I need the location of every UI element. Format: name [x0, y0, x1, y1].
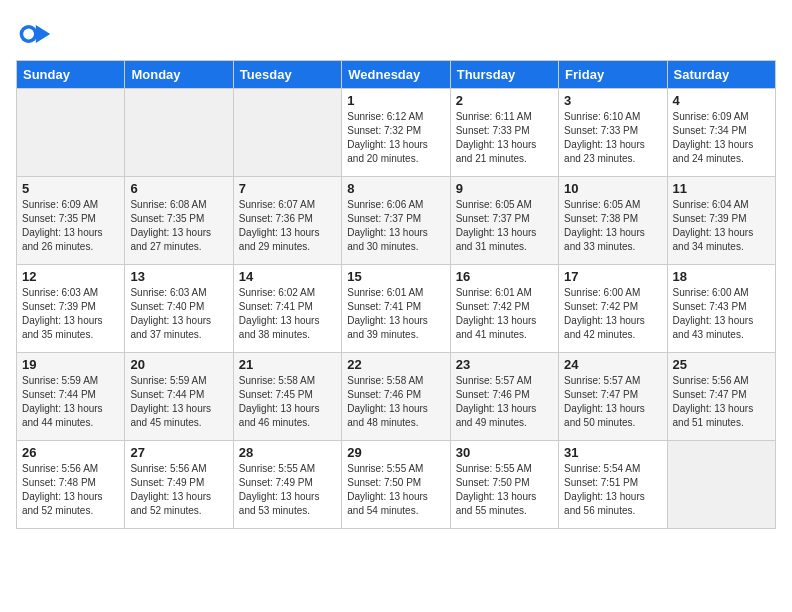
day-number: 15 [347, 269, 444, 284]
weekday-header-monday: Monday [125, 61, 233, 89]
weekday-header-wednesday: Wednesday [342, 61, 450, 89]
day-info: Sunrise: 5:54 AMSunset: 7:51 PMDaylight:… [564, 462, 661, 518]
weekday-header-friday: Friday [559, 61, 667, 89]
day-info: Sunrise: 6:09 AMSunset: 7:35 PMDaylight:… [22, 198, 119, 254]
day-info: Sunrise: 5:58 AMSunset: 7:46 PMDaylight:… [347, 374, 444, 430]
day-number: 9 [456, 181, 553, 196]
week-row-5: 26Sunrise: 5:56 AMSunset: 7:48 PMDayligh… [17, 441, 776, 529]
day-number: 17 [564, 269, 661, 284]
day-cell [125, 89, 233, 177]
day-cell: 4Sunrise: 6:09 AMSunset: 7:34 PMDaylight… [667, 89, 775, 177]
day-number: 12 [22, 269, 119, 284]
day-info: Sunrise: 5:55 AMSunset: 7:50 PMDaylight:… [456, 462, 553, 518]
day-info: Sunrise: 6:03 AMSunset: 7:39 PMDaylight:… [22, 286, 119, 342]
day-number: 16 [456, 269, 553, 284]
day-number: 29 [347, 445, 444, 460]
day-number: 23 [456, 357, 553, 372]
day-cell: 9Sunrise: 6:05 AMSunset: 7:37 PMDaylight… [450, 177, 558, 265]
weekday-header-sunday: Sunday [17, 61, 125, 89]
week-row-4: 19Sunrise: 5:59 AMSunset: 7:44 PMDayligh… [17, 353, 776, 441]
day-number: 27 [130, 445, 227, 460]
day-number: 7 [239, 181, 336, 196]
day-cell: 7Sunrise: 6:07 AMSunset: 7:36 PMDaylight… [233, 177, 341, 265]
day-info: Sunrise: 6:02 AMSunset: 7:41 PMDaylight:… [239, 286, 336, 342]
day-number: 21 [239, 357, 336, 372]
day-number: 25 [673, 357, 770, 372]
day-info: Sunrise: 6:07 AMSunset: 7:36 PMDaylight:… [239, 198, 336, 254]
header [16, 16, 776, 52]
day-number: 28 [239, 445, 336, 460]
day-info: Sunrise: 5:57 AMSunset: 7:46 PMDaylight:… [456, 374, 553, 430]
day-cell: 16Sunrise: 6:01 AMSunset: 7:42 PMDayligh… [450, 265, 558, 353]
day-info: Sunrise: 6:01 AMSunset: 7:42 PMDaylight:… [456, 286, 553, 342]
day-cell: 1Sunrise: 6:12 AMSunset: 7:32 PMDaylight… [342, 89, 450, 177]
day-cell: 23Sunrise: 5:57 AMSunset: 7:46 PMDayligh… [450, 353, 558, 441]
logo-icon [16, 16, 52, 52]
weekday-header-thursday: Thursday [450, 61, 558, 89]
day-cell: 17Sunrise: 6:00 AMSunset: 7:42 PMDayligh… [559, 265, 667, 353]
day-cell: 13Sunrise: 6:03 AMSunset: 7:40 PMDayligh… [125, 265, 233, 353]
logo [16, 16, 56, 52]
day-number: 1 [347, 93, 444, 108]
day-cell: 29Sunrise: 5:55 AMSunset: 7:50 PMDayligh… [342, 441, 450, 529]
day-info: Sunrise: 6:10 AMSunset: 7:33 PMDaylight:… [564, 110, 661, 166]
day-info: Sunrise: 6:01 AMSunset: 7:41 PMDaylight:… [347, 286, 444, 342]
day-number: 13 [130, 269, 227, 284]
day-cell [17, 89, 125, 177]
day-info: Sunrise: 5:59 AMSunset: 7:44 PMDaylight:… [130, 374, 227, 430]
day-info: Sunrise: 5:56 AMSunset: 7:48 PMDaylight:… [22, 462, 119, 518]
day-info: Sunrise: 6:04 AMSunset: 7:39 PMDaylight:… [673, 198, 770, 254]
day-cell [667, 441, 775, 529]
day-cell: 31Sunrise: 5:54 AMSunset: 7:51 PMDayligh… [559, 441, 667, 529]
day-number: 24 [564, 357, 661, 372]
day-cell: 11Sunrise: 6:04 AMSunset: 7:39 PMDayligh… [667, 177, 775, 265]
day-cell: 28Sunrise: 5:55 AMSunset: 7:49 PMDayligh… [233, 441, 341, 529]
day-number: 8 [347, 181, 444, 196]
day-number: 4 [673, 93, 770, 108]
week-row-3: 12Sunrise: 6:03 AMSunset: 7:39 PMDayligh… [17, 265, 776, 353]
day-info: Sunrise: 6:05 AMSunset: 7:38 PMDaylight:… [564, 198, 661, 254]
day-number: 20 [130, 357, 227, 372]
day-cell: 3Sunrise: 6:10 AMSunset: 7:33 PMDaylight… [559, 89, 667, 177]
day-number: 3 [564, 93, 661, 108]
day-cell: 30Sunrise: 5:55 AMSunset: 7:50 PMDayligh… [450, 441, 558, 529]
day-cell: 22Sunrise: 5:58 AMSunset: 7:46 PMDayligh… [342, 353, 450, 441]
day-info: Sunrise: 6:09 AMSunset: 7:34 PMDaylight:… [673, 110, 770, 166]
day-info: Sunrise: 6:11 AMSunset: 7:33 PMDaylight:… [456, 110, 553, 166]
day-cell: 15Sunrise: 6:01 AMSunset: 7:41 PMDayligh… [342, 265, 450, 353]
day-cell: 5Sunrise: 6:09 AMSunset: 7:35 PMDaylight… [17, 177, 125, 265]
day-number: 10 [564, 181, 661, 196]
day-info: Sunrise: 6:00 AMSunset: 7:43 PMDaylight:… [673, 286, 770, 342]
weekday-header-tuesday: Tuesday [233, 61, 341, 89]
day-cell: 25Sunrise: 5:56 AMSunset: 7:47 PMDayligh… [667, 353, 775, 441]
svg-marker-2 [36, 25, 50, 43]
day-info: Sunrise: 5:55 AMSunset: 7:49 PMDaylight:… [239, 462, 336, 518]
day-cell: 10Sunrise: 6:05 AMSunset: 7:38 PMDayligh… [559, 177, 667, 265]
day-info: Sunrise: 6:12 AMSunset: 7:32 PMDaylight:… [347, 110, 444, 166]
day-info: Sunrise: 6:08 AMSunset: 7:35 PMDaylight:… [130, 198, 227, 254]
day-cell: 6Sunrise: 6:08 AMSunset: 7:35 PMDaylight… [125, 177, 233, 265]
day-info: Sunrise: 6:06 AMSunset: 7:37 PMDaylight:… [347, 198, 444, 254]
day-cell: 26Sunrise: 5:56 AMSunset: 7:48 PMDayligh… [17, 441, 125, 529]
day-cell: 27Sunrise: 5:56 AMSunset: 7:49 PMDayligh… [125, 441, 233, 529]
day-info: Sunrise: 5:59 AMSunset: 7:44 PMDaylight:… [22, 374, 119, 430]
weekday-header-saturday: Saturday [667, 61, 775, 89]
day-number: 18 [673, 269, 770, 284]
day-number: 22 [347, 357, 444, 372]
day-cell: 8Sunrise: 6:06 AMSunset: 7:37 PMDaylight… [342, 177, 450, 265]
day-cell: 18Sunrise: 6:00 AMSunset: 7:43 PMDayligh… [667, 265, 775, 353]
svg-point-1 [23, 29, 34, 40]
day-info: Sunrise: 6:03 AMSunset: 7:40 PMDaylight:… [130, 286, 227, 342]
day-cell: 19Sunrise: 5:59 AMSunset: 7:44 PMDayligh… [17, 353, 125, 441]
day-number: 6 [130, 181, 227, 196]
day-info: Sunrise: 6:00 AMSunset: 7:42 PMDaylight:… [564, 286, 661, 342]
day-number: 19 [22, 357, 119, 372]
day-info: Sunrise: 5:57 AMSunset: 7:47 PMDaylight:… [564, 374, 661, 430]
day-number: 30 [456, 445, 553, 460]
day-info: Sunrise: 5:58 AMSunset: 7:45 PMDaylight:… [239, 374, 336, 430]
day-cell: 24Sunrise: 5:57 AMSunset: 7:47 PMDayligh… [559, 353, 667, 441]
day-number: 11 [673, 181, 770, 196]
week-row-1: 1Sunrise: 6:12 AMSunset: 7:32 PMDaylight… [17, 89, 776, 177]
day-cell: 20Sunrise: 5:59 AMSunset: 7:44 PMDayligh… [125, 353, 233, 441]
day-number: 2 [456, 93, 553, 108]
